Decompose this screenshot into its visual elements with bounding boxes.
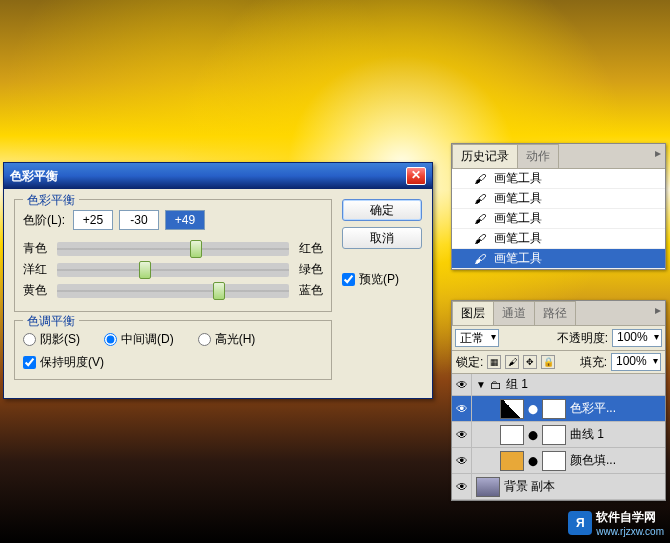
- layer-row[interactable]: 👁 ⬤ 曲线 1: [452, 422, 665, 448]
- level-input-1[interactable]: +25: [73, 210, 113, 230]
- lock-position-icon[interactable]: ✥: [523, 355, 537, 369]
- tab-history[interactable]: 历史记录: [452, 144, 518, 168]
- folder-icon: 🗀: [490, 378, 502, 392]
- fill-input[interactable]: 100%: [611, 353, 661, 371]
- mask-thumbnail[interactable]: [542, 425, 566, 445]
- visibility-icon[interactable]: 👁: [452, 474, 472, 499]
- link-icon: ⬤: [528, 404, 538, 414]
- highlights-radio[interactable]: 高光(H): [198, 331, 256, 348]
- layer-row[interactable]: 👁 ⬤ 颜色填...: [452, 448, 665, 474]
- layer-row[interactable]: 👁 ⬤ 色彩平...: [452, 396, 665, 422]
- lock-all-icon[interactable]: 🔒: [541, 355, 555, 369]
- brush-icon: 🖌: [472, 192, 488, 206]
- layers-panel: 图层 通道 路径 ▸ 正常 不透明度: 100% 锁定: ▦ 🖌 ✥ 🔒 填充:…: [451, 300, 666, 501]
- visibility-icon[interactable]: 👁: [452, 448, 472, 473]
- slider-left-label: 青色: [23, 240, 51, 257]
- visibility-icon[interactable]: 👁: [452, 422, 472, 447]
- dialog-titlebar[interactable]: 色彩平衡 ✕: [4, 163, 432, 189]
- level-input-2[interactable]: -30: [119, 210, 159, 230]
- history-panel: 历史记录 动作 ▸ 🖌画笔工具 🖌画笔工具 🖌画笔工具 🖌画笔工具 🖌画笔工具: [451, 143, 666, 270]
- yellow-blue-slider[interactable]: [57, 284, 289, 298]
- layer-thumbnail[interactable]: [500, 451, 524, 471]
- slider-left-label: 黄色: [23, 282, 51, 299]
- slider-right-label: 蓝色: [295, 282, 323, 299]
- brush-icon: 🖌: [472, 212, 488, 226]
- cancel-button[interactable]: 取消: [342, 227, 422, 249]
- slider-right-label: 红色: [295, 240, 323, 257]
- layer-row[interactable]: 👁 背景 副本: [452, 474, 665, 500]
- chevron-down-icon[interactable]: ▼: [476, 379, 486, 390]
- tab-layers[interactable]: 图层: [452, 301, 494, 325]
- history-item[interactable]: 🖌画笔工具: [452, 249, 665, 269]
- close-icon[interactable]: ✕: [406, 167, 426, 185]
- tab-channels[interactable]: 通道: [493, 301, 535, 325]
- tone-balance-group: 色调平衡 阴影(S) 中间调(D) 高光(H) 保持明度(V): [14, 320, 332, 380]
- cyan-red-slider[interactable]: [57, 242, 289, 256]
- opacity-input[interactable]: 100%: [612, 329, 662, 347]
- visibility-icon[interactable]: 👁: [452, 374, 472, 395]
- tab-paths[interactable]: 路径: [534, 301, 576, 325]
- lock-transparent-icon[interactable]: ▦: [487, 355, 501, 369]
- lock-label: 锁定:: [456, 354, 483, 371]
- panel-menu-icon[interactable]: ▸: [651, 144, 665, 168]
- brush-icon: 🖌: [472, 232, 488, 246]
- mask-thumbnail[interactable]: [542, 451, 566, 471]
- logo-icon: Я: [568, 511, 592, 535]
- layer-thumbnail[interactable]: [500, 425, 524, 445]
- opacity-label: 不透明度:: [557, 330, 608, 347]
- slider-right-label: 绿色: [295, 261, 323, 278]
- watermark-url: www.rjzxw.com: [596, 526, 664, 537]
- level-input-3[interactable]: +49: [165, 210, 205, 230]
- tab-actions[interactable]: 动作: [517, 144, 559, 168]
- watermark: Я 软件自学网 www.rjzxw.com: [568, 509, 664, 537]
- layer-group[interactable]: 👁 ▼🗀组 1: [452, 374, 665, 396]
- preserve-luminosity-checkbox[interactable]: 保持明度(V): [23, 354, 104, 371]
- dialog-title: 色彩平衡: [10, 168, 58, 185]
- panel-menu-icon[interactable]: ▸: [651, 301, 665, 325]
- watermark-brand: 软件自学网: [596, 509, 664, 526]
- history-item[interactable]: 🖌画笔工具: [452, 189, 665, 209]
- link-icon: ⬤: [528, 456, 538, 466]
- mask-thumbnail[interactable]: [542, 399, 566, 419]
- brush-icon: 🖌: [472, 252, 488, 266]
- magenta-green-slider[interactable]: [57, 263, 289, 277]
- history-item[interactable]: 🖌画笔工具: [452, 209, 665, 229]
- levels-label: 色阶(L):: [23, 212, 65, 229]
- layer-thumbnail[interactable]: [500, 399, 524, 419]
- link-icon: ⬤: [528, 430, 538, 440]
- group-legend: 色调平衡: [23, 313, 79, 330]
- brush-icon: 🖌: [472, 172, 488, 186]
- blend-mode-select[interactable]: 正常: [455, 329, 499, 347]
- fill-label: 填充:: [580, 354, 607, 371]
- group-legend: 色彩平衡: [23, 192, 79, 209]
- ok-button[interactable]: 确定: [342, 199, 422, 221]
- lock-pixels-icon[interactable]: 🖌: [505, 355, 519, 369]
- preview-checkbox[interactable]: 预览(P): [342, 271, 422, 288]
- color-balance-dialog: 色彩平衡 ✕ 色彩平衡 色阶(L): +25 -30 +49 青色 红色 洋红: [3, 162, 433, 399]
- history-item[interactable]: 🖌画笔工具: [452, 229, 665, 249]
- shadows-radio[interactable]: 阴影(S): [23, 331, 80, 348]
- layer-thumbnail[interactable]: [476, 477, 500, 497]
- history-item[interactable]: 🖌画笔工具: [452, 169, 665, 189]
- slider-left-label: 洋红: [23, 261, 51, 278]
- visibility-icon[interactable]: 👁: [452, 396, 472, 421]
- color-balance-group: 色彩平衡 色阶(L): +25 -30 +49 青色 红色 洋红 绿色: [14, 199, 332, 312]
- midtones-radio[interactable]: 中间调(D): [104, 331, 174, 348]
